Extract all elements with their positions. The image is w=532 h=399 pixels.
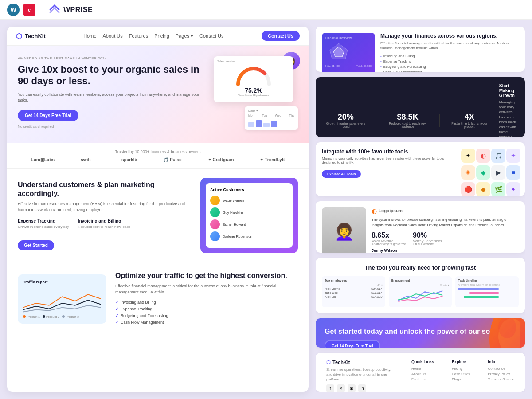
customer-3: Esther Howard <box>210 219 288 229</box>
stats-title: Start Making Growth <box>499 83 518 98</box>
customers-title: Active Customers <box>210 188 288 192</box>
feature-billing-title: Invoicing and Billing <box>78 219 130 223</box>
social-instagram[interactable]: ◉ <box>348 384 356 392</box>
stats-divider-1 <box>376 114 376 127</box>
feature-expense-title: Expense Tracking <box>18 219 69 223</box>
t-stat-2-num: 90% <box>413 231 442 239</box>
social-facebook[interactable]: f <box>326 384 334 392</box>
website-preview: ⬡ TechKit Home About Us Features Pricing… <box>7 27 309 392</box>
brand-swift: swift→ <box>81 157 95 162</box>
footer-link-pricing[interactable]: Pricing <box>452 367 470 371</box>
gauge-chart: 75.2% Time this — All performers <box>217 64 290 97</box>
footer-link-privacy[interactable]: Privacy Policy <box>488 372 514 376</box>
footer-link-terms[interactable]: Terms of Service <box>488 377 514 381</box>
task-bar-2 <box>469 292 498 294</box>
hero-cta-button[interactable]: Get 14 Days Free Trial <box>18 110 78 121</box>
financial-title: Manage your finances across various regi… <box>380 33 519 39</box>
int-icon-11: 🌿 <box>491 182 505 196</box>
nav-links: Home About Us Features Pricing Pages ▾ C… <box>83 33 223 39</box>
int-icon-5: ✺ <box>461 165 475 180</box>
dashboard-card: Sales overview <box>214 56 293 102</box>
financial-card-inner: Financial Overview Hits: $1,400Total: $3… <box>316 27 525 72</box>
task-bars <box>458 288 516 298</box>
cta-inner: Get started today and unlock the power o… <box>316 318 525 348</box>
preview-label-1: Top employees <box>325 279 383 282</box>
preview-count-2: Month ▾ <box>391 283 450 286</box>
bullet-3: • <box>380 65 382 69</box>
traffic-chart <box>23 288 101 314</box>
nav-pages[interactable]: Pages ▾ <box>176 33 193 39</box>
wordpress-icon[interactable]: W <box>7 4 20 16</box>
author-name: Jenny Wilson <box>372 248 519 253</box>
social-twitter[interactable]: ✕ <box>337 384 345 392</box>
social-linkedin[interactable]: in <box>358 384 366 392</box>
check-1: ✓Invoicing and Billing <box>115 300 298 305</box>
nav-about[interactable]: About Us <box>103 33 123 39</box>
stats-card-inner: 20% Growth in online sales every round $… <box>316 77 525 137</box>
site-logo-name: TechKit <box>25 33 46 39</box>
testimonial-card: 👩‍🦱 ◐ Logoipsum The system allows for pr… <box>316 201 525 253</box>
legend-1: Product 1 <box>23 315 40 318</box>
financial-right: Manage your finances across various regi… <box>380 33 519 72</box>
footer-link-case[interactable]: Case Study <box>452 372 470 376</box>
t-stat-1-num: 8.65x <box>372 231 406 239</box>
testimonial-photo: 👩‍🦱 <box>322 207 366 253</box>
nav-features[interactable]: Features <box>129 33 148 39</box>
feature-list: Expense Tracking Growth in online sales … <box>18 219 192 235</box>
footer-col1-title: Quick Links <box>411 360 434 364</box>
feature-expense: Expense Tracking Growth in online sales … <box>18 219 69 235</box>
int-icon-6: ◆ <box>476 165 490 180</box>
stats-card: 20% Growth in online sales every round $… <box>316 77 525 137</box>
footer-link-home[interactable]: Home <box>411 367 434 371</box>
footer-logo: ⬡ TechKit <box>326 360 394 365</box>
footer-brand: ⬡ TechKit Streamline operations, boost p… <box>326 360 394 392</box>
stats-right: Start Making Growth Managing your daily … <box>499 83 518 137</box>
site-cta-button[interactable]: Contact Us <box>262 31 300 41</box>
financial-features: •Invoicing and Billing •Expense Tracking… <box>380 54 519 72</box>
nav-home[interactable]: Home <box>83 33 96 39</box>
nav-pricing[interactable]: Pricing <box>154 33 169 39</box>
stat-cost-label: Reduced cost to reach new audience <box>383 122 432 128</box>
check-3: ✓Budgeting and Forecasting <box>115 313 298 318</box>
int-icon-7: ▶ <box>491 165 505 180</box>
hero-badge: AWARDED AS THE BEST SAAS IN WINTER 2024 <box>18 56 200 60</box>
hero-left: AWARDED AS THE BEST SAAS IN WINTER 2024 … <box>18 56 200 134</box>
tool-title: The tool you really need for growing fas… <box>322 264 519 271</box>
task-bar-1 <box>458 288 498 290</box>
understand-left: Understand customers & plan marketing ac… <box>18 180 192 250</box>
footer-link-features[interactable]: Features <box>411 377 434 381</box>
stat-speed-label: Faster time to launch your product <box>447 122 492 128</box>
brand-lumalabs: Lum▣Labs <box>31 157 55 162</box>
legend-2: Product 2 <box>43 315 59 318</box>
stat-speed-num: 4X <box>447 113 492 122</box>
footer-info: Info Contact Us Privacy Policy Terms of … <box>488 360 514 392</box>
integrations-desc: Managing your daily activities has never… <box>322 156 456 164</box>
traffic-checklist: ✓Invoicing and Billing ✓Expense Tracking… <box>115 300 298 325</box>
footer-link-about[interactable]: About Us <box>411 372 434 376</box>
fin-feat-2: •Expense Tracking <box>380 59 519 63</box>
brand-logos: Lum▣Labs swift→ sparklé 🎵 Pulse ✦ Craftg… <box>18 157 298 162</box>
bullet-1: • <box>380 54 382 58</box>
footer-col2-title: Explore <box>452 360 470 364</box>
footer-quick-links: Quick Links Home About Us Features <box>411 360 434 392</box>
avatar-3 <box>210 219 220 229</box>
footer-link-contact[interactable]: Contact Us <box>488 367 514 371</box>
cta-button[interactable]: Get 14 Days Free Trial <box>325 340 380 348</box>
brand-sparkle: sparklé <box>121 157 137 162</box>
footer-link-blogs[interactable]: Blogs <box>452 377 470 381</box>
site-nav: ⬡ TechKit Home About Us Features Pricing… <box>7 27 309 46</box>
footer-social: f ✕ ◉ in <box>326 384 394 392</box>
tool-card: The tool you really need for growing fas… <box>316 258 525 313</box>
nav-contact[interactable]: Contact Us <box>200 33 223 39</box>
understand-cta-button[interactable]: Get Started <box>18 240 54 250</box>
explore-button[interactable]: Explore All Tools <box>322 170 361 178</box>
customer-2: Guy Hawkins <box>210 207 288 217</box>
t-stat-conversions: 90% Monthly Conversions On our website <box>413 231 442 246</box>
top-bar: W e WPRISE <box>0 0 532 20</box>
testimonial-brand: ◐ Logoipsum <box>372 207 519 215</box>
testimonial-inner: 👩‍🦱 ◐ Logoipsum The system allows for pr… <box>316 201 525 253</box>
footer-brand-desc: Streamline operations, boost productivit… <box>326 367 394 382</box>
customer-name-4: Darlene Robertson <box>223 235 252 239</box>
stats-card-mini: Daily ▾ MonTueWedThu <box>245 106 298 130</box>
elementor-icon[interactable]: e <box>23 4 35 16</box>
